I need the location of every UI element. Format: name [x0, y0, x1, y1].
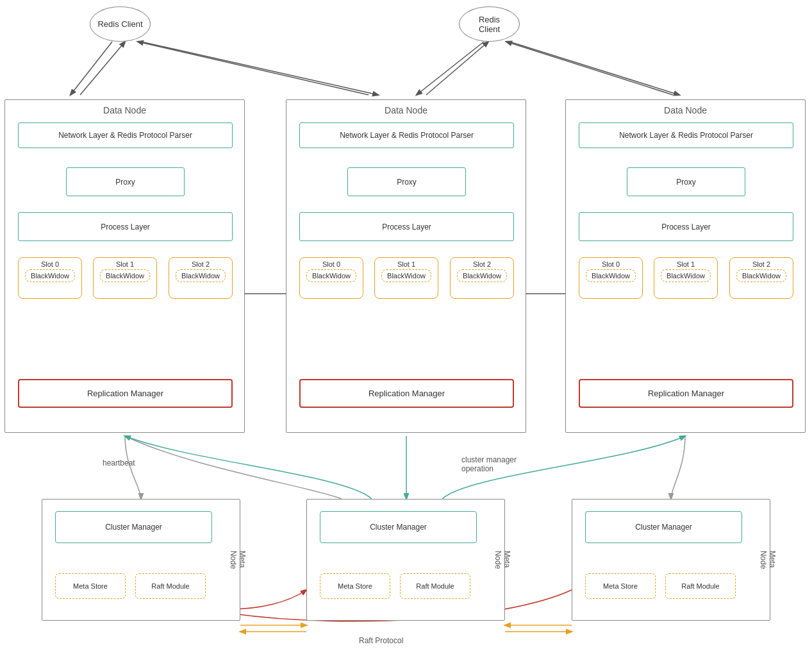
dn2-slot-2: Slot 2 BlackWidow	[450, 257, 514, 299]
svg-line-2	[141, 42, 378, 95]
dn1-process-layer: Process Layer	[18, 212, 233, 241]
dn3-slot-0: Slot 0 BlackWidow	[579, 257, 643, 299]
dn1-replication-manager: Replication Manager	[18, 379, 233, 408]
dn1-slot-2: Slot 2 BlackWidow	[169, 257, 233, 299]
mn1-cluster-manager: Cluster Manager	[55, 511, 212, 543]
dn2-process-layer: Process Layer	[299, 212, 514, 241]
svg-line-6	[510, 42, 679, 95]
data-node-1: Data Node Network Layer & Redis Protocol…	[4, 99, 245, 433]
mn1-meta-store: Meta Store	[55, 573, 126, 599]
mn1-raft-module: Raft Module	[135, 573, 206, 599]
meta-node-1: Cluster Manager Meta Store Raft Module M…	[42, 499, 240, 621]
meta-node-3: Cluster Manager Meta Store Raft Module M…	[572, 499, 770, 621]
redis-client-2: RedisClient	[459, 6, 520, 42]
dn2-slot-0: Slot 0 BlackWidow	[299, 257, 363, 299]
mn2-label: MetaNode	[494, 551, 512, 569]
svg-line-1	[80, 42, 125, 95]
data-node-2: Data Node Network Layer & Redis Protocol…	[286, 99, 526, 433]
dn1-slot-0: Slot 0 BlackWidow	[18, 257, 82, 299]
raft-protocol-label: Raft Protocol	[359, 636, 403, 645]
svg-line-3	[138, 42, 369, 95]
cluster-manager-operation-label: cluster manageroperation	[461, 455, 517, 473]
redis-client-1: Redis Client	[90, 6, 151, 42]
redis-client-2-label: RedisClient	[479, 15, 500, 34]
mn3-meta-store: Meta Store	[585, 573, 656, 599]
dn3-network-layer: Network Layer & Redis Protocol Parser	[579, 122, 793, 148]
data-node-2-title: Data Node	[286, 105, 526, 115]
redis-client-1-label: Redis Client	[97, 19, 142, 29]
data-node-3-title: Data Node	[566, 105, 805, 115]
dn3-process-layer: Process Layer	[579, 212, 793, 241]
dn2-slot-1: Slot 1 BlackWidow	[374, 257, 438, 299]
dn3-slot-1: Slot 1 BlackWidow	[654, 257, 718, 299]
svg-line-7	[506, 42, 673, 95]
mn2-cluster-manager: Cluster Manager	[320, 511, 477, 543]
mn2-raft-module: Raft Module	[400, 573, 470, 599]
svg-line-0	[70, 42, 112, 95]
mn3-raft-module: Raft Module	[665, 573, 736, 599]
architecture-diagram: Redis Client RedisClient Data Node Netwo…	[0, 0, 812, 656]
dn3-proxy: Proxy	[627, 167, 745, 196]
dn2-replication-manager: Replication Manager	[299, 379, 514, 408]
svg-line-4	[417, 42, 484, 95]
mn2-meta-store: Meta Store	[320, 573, 390, 599]
meta-node-2: Cluster Manager Meta Store Raft Module M…	[306, 499, 505, 621]
heartbeat-label: heartbeat	[103, 458, 135, 467]
mn3-cluster-manager: Cluster Manager	[585, 511, 742, 543]
svg-line-5	[426, 42, 488, 95]
dn1-proxy: Proxy	[66, 167, 185, 196]
dn1-network-layer: Network Layer & Redis Protocol Parser	[18, 122, 233, 148]
dn1-slot-1: Slot 1 BlackWidow	[93, 257, 157, 299]
dn3-slot-2: Slot 2 BlackWidow	[729, 257, 793, 299]
data-node-1-title: Data Node	[5, 105, 244, 115]
mn3-label: MetaNode	[759, 551, 777, 569]
data-node-3: Data Node Network Layer & Redis Protocol…	[565, 99, 806, 433]
dn2-proxy: Proxy	[347, 167, 466, 196]
dn2-network-layer: Network Layer & Redis Protocol Parser	[299, 122, 514, 148]
dn3-replication-manager: Replication Manager	[579, 379, 793, 408]
mn1-label: MetaNode	[229, 551, 247, 569]
